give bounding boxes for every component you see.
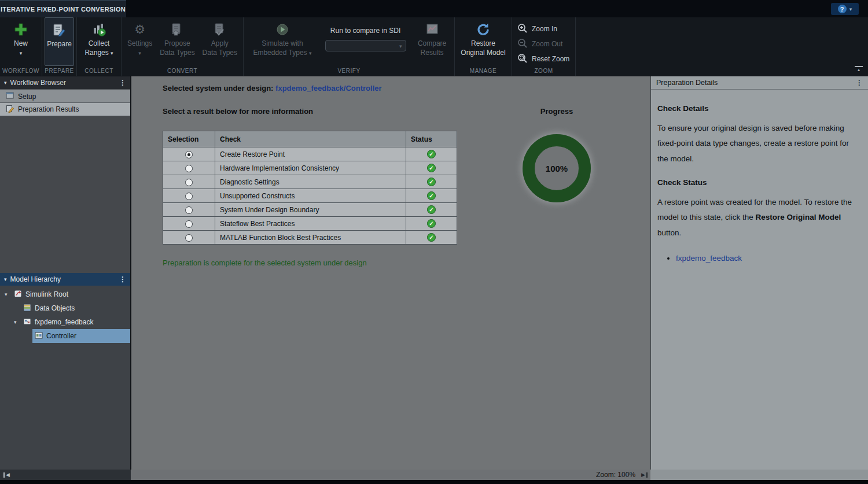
expander-icon[interactable]: ▾ [14,319,20,325]
zoom-out-label: Zoom Out [532,40,562,48]
select-result-heading: Select a result below for more informati… [163,107,313,116]
table-row[interactable]: Unsupported Constructs ✓ [163,189,457,203]
prepare-button[interactable]: Prepare [45,17,74,66]
selection-cell[interactable] [163,231,215,245]
model-block-icon [23,317,31,327]
table-row[interactable]: MATLAB Function Block Best Practices ✓ [163,231,457,245]
app-window: ITERATIVE FIXED-POINT CONVERSION ? ▾ New… [0,0,868,484]
kebab-menu-icon[interactable]: ⋮ [119,275,126,283]
bottom-edge [0,480,868,484]
progress-value: 100% [546,164,568,173]
simulate-label: Simulate with Embedded Types [253,39,307,57]
propose-data-types-button[interactable]: Propose Data Types [158,17,196,66]
selected-system-link[interactable]: fxpdemo_feedback/Controller [275,84,382,93]
radio-button[interactable] [185,234,193,242]
group-label-manage: MANAGE [455,68,512,74]
tree-item-data-objects[interactable]: Data Objects [0,301,130,315]
selection-cell[interactable] [163,189,215,203]
sidebar-item-setup[interactable]: Setup [0,90,130,103]
check-name: Stateflow Best Practices [215,217,406,231]
radio-button[interactable] [185,151,193,158]
collapse-triangle-icon[interactable]: ▾ [4,276,7,282]
collapse-panel-left-icon[interactable]: ◀ [3,472,10,478]
new-label: New [14,39,28,49]
preparation-results-icon [6,105,14,114]
selection-cell[interactable] [163,203,215,217]
prepare-label: Prepare [47,40,72,49]
reset-zoom-button[interactable]: Reset Zoom [517,51,573,66]
radio-button[interactable] [185,220,193,228]
table-row[interactable]: Stateflow Best Practices ✓ [163,217,457,231]
restore-original-model-emphasis: Restore Original Model [756,213,841,221]
setup-icon [6,91,14,101]
selection-cell[interactable] [163,217,215,231]
collect-ranges-icon [91,21,106,38]
run-to-compare-label: Run to compare in SDI [330,27,400,35]
radio-button[interactable] [185,206,193,214]
restore-original-model-button[interactable]: Restore Original Model [459,17,507,66]
status-cell: ✓ [406,147,457,161]
radio-button[interactable] [185,165,193,172]
table-header-row: Selection Check Status [163,131,457,147]
table-row[interactable]: Create Restore Point ✓ [163,147,457,161]
collapse-panel-right-icon[interactable]: ▶ [641,472,648,478]
simulink-root-icon [14,290,22,300]
selection-cell[interactable] [163,161,215,175]
settings-button[interactable]: ⚙ Settings ▾ [126,17,154,66]
kebab-menu-icon[interactable]: ⋮ [119,79,126,87]
sdi-run-combobox[interactable]: ▾ [325,40,406,51]
compare-results-button[interactable]: Compare Results [410,17,454,66]
tree-item-fxpdemo-feedback[interactable]: ▾ fxpdemo_feedback [0,315,130,329]
simulate-button[interactable]: Simulate with Embedded Types ▾ [244,17,321,66]
check-name: System Under Design Boundary [215,203,406,217]
status-bar-right [650,470,868,480]
selected-system-heading: Selected system under design: fxpdemo_fe… [163,84,382,93]
column-header-status: Status [406,131,457,147]
preparation-details-title: Preparation Details [656,79,856,87]
tree-item-simulink-root[interactable]: ▾ Simulink Root [0,287,130,301]
workflow-browser-header: ▾ Workflow Browser ⋮ [0,76,130,89]
ribbon-section-convert: ⚙ Settings ▾ Propose Data Types [122,17,244,76]
collect-ranges-button[interactable]: Collect Ranges ▾ [83,17,115,66]
ribbon-section-workflow: New ▾ WORKFLOW [0,17,42,76]
status-pass-icon: ✓ [427,164,436,172]
fxpdemo-feedback-link[interactable]: fxpdemo_feedback [676,254,742,263]
status-cell: ✓ [406,161,457,175]
apply-data-types-button[interactable]: Apply Data Types [201,17,239,66]
radio-button[interactable] [185,179,193,186]
table-row[interactable]: Diagnostic Settings ✓ [163,175,457,189]
collapse-ribbon-icon[interactable]: ▴ [855,66,863,73]
new-button[interactable]: New ▾ [12,17,30,66]
help-icon: ? [838,5,847,13]
table-row[interactable]: Hardware Implementation Consistency ✓ [163,161,457,175]
table-row[interactable]: System Under Design Boundary ✓ [163,203,457,217]
expander-icon[interactable]: ▾ [5,291,10,297]
collapse-triangle-icon[interactable]: ▾ [4,80,7,86]
sidebar-item-preparation-results[interactable]: Preparation Results [0,103,130,116]
zoom-out-button[interactable]: Zoom Out [517,36,573,51]
preparation-details-content: Check Details To ensure your original de… [651,90,868,264]
list-item: fxpdemo_feedback [676,252,858,265]
propose-data-types-label: Propose Data Types [160,39,194,57]
status-cell: ✓ [406,175,457,189]
status-pass-icon: ✓ [427,233,436,242]
radio-button[interactable] [185,193,193,200]
settings-gear-icon: ⚙ [134,21,145,38]
chevron-down-icon: ▾ [138,50,141,57]
status-bar: ◀ Zoom: 100% ▶ [0,470,868,480]
selection-cell[interactable] [163,175,215,189]
zoom-in-button[interactable]: Zoom In [517,21,573,36]
selection-cell[interactable] [163,147,215,161]
tree-item-label: Controller [46,332,76,340]
check-status-heading: Check Status [657,178,858,187]
kebab-menu-icon[interactable]: ⋮ [856,79,863,87]
chevron-down-icon: ▾ [399,43,402,49]
apply-data-types-label: Apply Data Types [203,39,237,57]
checks-table: Selection Check Status Create Restore Po… [163,131,457,245]
tree-item-controller[interactable]: Controller [32,329,130,343]
check-name: Diagnostic Settings [215,175,406,189]
status-bar-left: ◀ [0,470,131,480]
settings-label: Settings [127,39,152,49]
app-tab[interactable]: ITERATIVE FIXED-POINT CONVERSION [0,0,126,17]
help-button[interactable]: ? ▾ [831,3,859,15]
